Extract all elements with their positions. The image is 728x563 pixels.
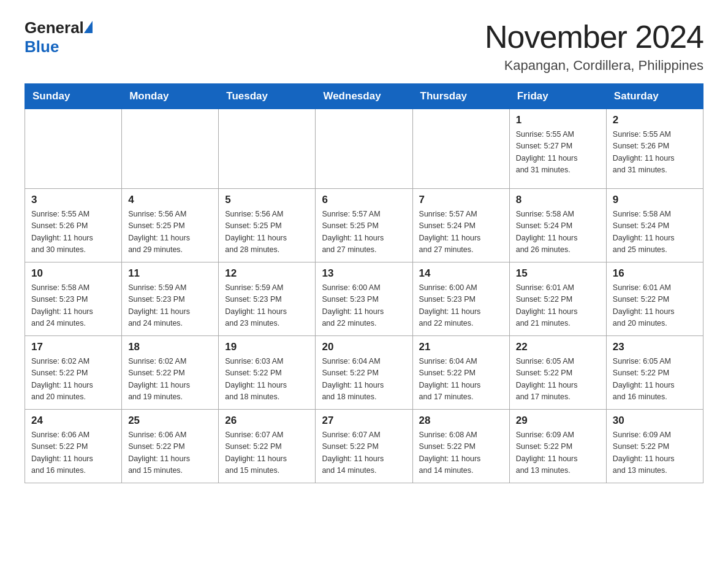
day-info: Sunrise: 6:09 AMSunset: 5:22 PMDaylight:… [516, 429, 600, 477]
logo: General Blue [25, 18, 95, 56]
day-number: 25 [128, 415, 212, 427]
calendar-cell [316, 109, 412, 189]
logo-general-text: General [25, 18, 84, 37]
day-info: Sunrise: 5:59 AMSunset: 5:23 PMDaylight:… [225, 282, 309, 330]
calendar-cell: 25Sunrise: 6:06 AMSunset: 5:22 PMDayligh… [122, 410, 219, 483]
calendar-body: 1Sunrise: 5:55 AMSunset: 5:27 PMDaylight… [25, 109, 703, 483]
day-number: 10 [31, 267, 115, 280]
calendar-week-5: 24Sunrise: 6:06 AMSunset: 5:22 PMDayligh… [25, 410, 703, 483]
calendar-cell [412, 109, 509, 189]
day-info: Sunrise: 5:58 AMSunset: 5:24 PMDaylight:… [516, 209, 600, 256]
day-info: Sunrise: 6:07 AMSunset: 5:22 PMDaylight:… [225, 429, 309, 477]
day-number: 19 [225, 341, 309, 353]
calendar-week-2: 3Sunrise: 5:55 AMSunset: 5:26 PMDaylight… [25, 189, 703, 262]
day-number: 6 [322, 194, 406, 206]
day-number: 12 [225, 267, 309, 280]
day-info: Sunrise: 5:55 AMSunset: 5:26 PMDaylight:… [31, 209, 115, 256]
day-number: 27 [322, 415, 406, 427]
calendar-cell: 28Sunrise: 6:08 AMSunset: 5:22 PMDayligh… [412, 410, 509, 483]
calendar-cell: 26Sunrise: 6:07 AMSunset: 5:22 PMDayligh… [219, 410, 316, 483]
calendar-cell: 9Sunrise: 5:58 AMSunset: 5:24 PMDaylight… [606, 189, 703, 262]
calendar-cell [122, 109, 219, 189]
day-header-thursday: Thursday [412, 84, 509, 109]
calendar-cell: 16Sunrise: 6:01 AMSunset: 5:22 PMDayligh… [606, 262, 703, 336]
day-info: Sunrise: 5:58 AMSunset: 5:24 PMDaylight:… [613, 209, 697, 256]
calendar-week-3: 10Sunrise: 5:58 AMSunset: 5:23 PMDayligh… [25, 262, 703, 336]
title-block: November 2024 Kapangan, Cordillera, Phil… [485, 18, 703, 74]
calendar-week-4: 17Sunrise: 6:02 AMSunset: 5:22 PMDayligh… [25, 336, 703, 410]
day-info: Sunrise: 5:57 AMSunset: 5:24 PMDaylight:… [419, 209, 503, 256]
day-number: 16 [613, 267, 697, 280]
day-number: 24 [31, 415, 115, 427]
calendar-cell: 4Sunrise: 5:56 AMSunset: 5:25 PMDaylight… [122, 189, 219, 262]
calendar-cell: 14Sunrise: 6:00 AMSunset: 5:23 PMDayligh… [412, 262, 509, 336]
day-number: 2 [613, 114, 697, 126]
calendar-header: SundayMondayTuesdayWednesdayThursdayFrid… [25, 84, 703, 109]
calendar-week-1: 1Sunrise: 5:55 AMSunset: 5:27 PMDaylight… [25, 109, 703, 189]
calendar-cell: 29Sunrise: 6:09 AMSunset: 5:22 PMDayligh… [509, 410, 606, 483]
day-number: 1 [516, 114, 600, 126]
calendar-table: SundayMondayTuesdayWednesdayThursdayFrid… [25, 83, 703, 483]
calendar-cell: 13Sunrise: 6:00 AMSunset: 5:23 PMDayligh… [316, 262, 412, 336]
day-number: 23 [613, 341, 697, 353]
day-number: 13 [322, 267, 406, 280]
day-info: Sunrise: 6:04 AMSunset: 5:22 PMDaylight:… [322, 356, 406, 404]
day-header-saturday: Saturday [606, 84, 703, 109]
day-info: Sunrise: 6:07 AMSunset: 5:22 PMDaylight:… [322, 429, 406, 477]
calendar-cell [25, 109, 122, 189]
day-number: 9 [613, 194, 697, 206]
calendar-cell: 19Sunrise: 6:03 AMSunset: 5:22 PMDayligh… [219, 336, 316, 410]
calendar-cell: 15Sunrise: 6:01 AMSunset: 5:22 PMDayligh… [509, 262, 606, 336]
day-info: Sunrise: 6:06 AMSunset: 5:22 PMDaylight:… [128, 429, 212, 477]
logo-triangle-icon [84, 21, 93, 33]
calendar-title: November 2024 [485, 18, 703, 55]
calendar-cell: 17Sunrise: 6:02 AMSunset: 5:22 PMDayligh… [25, 336, 122, 410]
day-number: 20 [322, 341, 406, 353]
day-info: Sunrise: 5:56 AMSunset: 5:25 PMDaylight:… [225, 209, 309, 256]
calendar-cell: 1Sunrise: 5:55 AMSunset: 5:27 PMDaylight… [509, 109, 606, 189]
day-info: Sunrise: 6:08 AMSunset: 5:22 PMDaylight:… [419, 429, 503, 477]
calendar-cell: 22Sunrise: 6:05 AMSunset: 5:22 PMDayligh… [509, 336, 606, 410]
day-info: Sunrise: 5:58 AMSunset: 5:23 PMDaylight:… [31, 282, 115, 330]
calendar-cell: 2Sunrise: 5:55 AMSunset: 5:26 PMDaylight… [606, 109, 703, 189]
day-header-monday: Monday [122, 84, 219, 109]
day-number: 3 [31, 194, 115, 206]
day-number: 17 [31, 341, 115, 353]
day-header-friday: Friday [509, 84, 606, 109]
calendar-subtitle: Kapangan, Cordillera, Philippines [485, 58, 703, 74]
day-info: Sunrise: 6:05 AMSunset: 5:22 PMDaylight:… [613, 356, 697, 404]
day-header-sunday: Sunday [25, 84, 122, 109]
day-number: 15 [516, 267, 600, 280]
day-number: 28 [419, 415, 503, 427]
day-info: Sunrise: 5:59 AMSunset: 5:23 PMDaylight:… [128, 282, 212, 330]
day-info: Sunrise: 6:04 AMSunset: 5:22 PMDaylight:… [419, 356, 503, 404]
day-info: Sunrise: 5:57 AMSunset: 5:25 PMDaylight:… [322, 209, 406, 256]
calendar-cell: 11Sunrise: 5:59 AMSunset: 5:23 PMDayligh… [122, 262, 219, 336]
day-number: 8 [516, 194, 600, 206]
day-info: Sunrise: 6:01 AMSunset: 5:22 PMDaylight:… [516, 282, 600, 330]
calendar-cell: 30Sunrise: 6:09 AMSunset: 5:22 PMDayligh… [606, 410, 703, 483]
calendar-cell: 21Sunrise: 6:04 AMSunset: 5:22 PMDayligh… [412, 336, 509, 410]
day-number: 4 [128, 194, 212, 206]
day-info: Sunrise: 5:56 AMSunset: 5:25 PMDaylight:… [128, 209, 212, 256]
calendar-cell: 24Sunrise: 6:06 AMSunset: 5:22 PMDayligh… [25, 410, 122, 483]
day-number: 5 [225, 194, 309, 206]
calendar-cell: 20Sunrise: 6:04 AMSunset: 5:22 PMDayligh… [316, 336, 412, 410]
calendar-cell: 12Sunrise: 5:59 AMSunset: 5:23 PMDayligh… [219, 262, 316, 336]
day-info: Sunrise: 5:55 AMSunset: 5:27 PMDaylight:… [516, 129, 600, 177]
calendar-cell: 7Sunrise: 5:57 AMSunset: 5:24 PMDaylight… [412, 189, 509, 262]
day-headers-row: SundayMondayTuesdayWednesdayThursdayFrid… [25, 84, 703, 109]
day-number: 30 [613, 415, 697, 427]
day-number: 18 [128, 341, 212, 353]
day-info: Sunrise: 6:03 AMSunset: 5:22 PMDaylight:… [225, 356, 309, 404]
logo-blue-text: Blue [25, 37, 59, 56]
day-info: Sunrise: 6:09 AMSunset: 5:22 PMDaylight:… [613, 429, 697, 477]
day-number: 11 [128, 267, 212, 280]
day-info: Sunrise: 6:00 AMSunset: 5:23 PMDaylight:… [322, 282, 406, 330]
calendar-cell: 27Sunrise: 6:07 AMSunset: 5:22 PMDayligh… [316, 410, 412, 483]
day-number: 21 [419, 341, 503, 353]
calendar-cell: 5Sunrise: 5:56 AMSunset: 5:25 PMDaylight… [219, 189, 316, 262]
day-number: 29 [516, 415, 600, 427]
day-info: Sunrise: 6:05 AMSunset: 5:22 PMDaylight:… [516, 356, 600, 404]
day-info: Sunrise: 6:02 AMSunset: 5:22 PMDaylight:… [31, 356, 115, 404]
